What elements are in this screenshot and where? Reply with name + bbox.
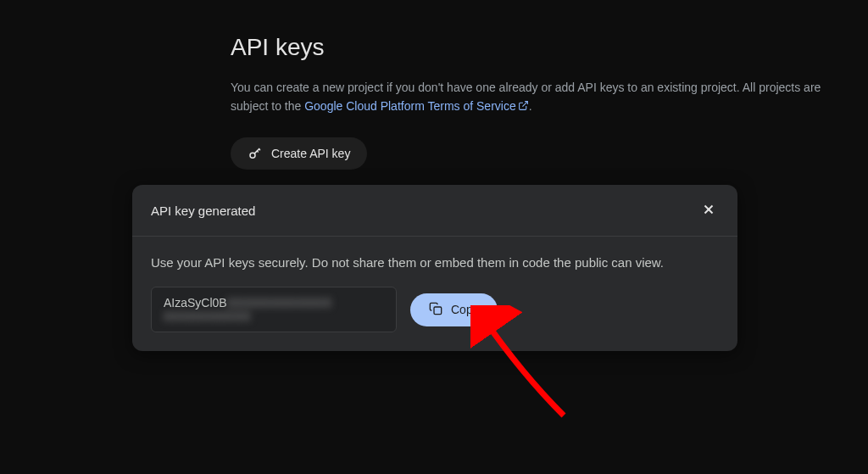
svg-line-4 bbox=[257, 151, 259, 153]
tos-link-text: Google Cloud Platform Terms of Service bbox=[304, 99, 516, 113]
description-text-2: . bbox=[529, 99, 532, 113]
page-title: API keys bbox=[231, 34, 868, 61]
svg-line-0 bbox=[522, 102, 527, 107]
copy-button-label: Copy bbox=[451, 303, 479, 316]
external-link-icon bbox=[518, 98, 529, 116]
tos-link[interactable]: Google Cloud Platform Terms of Service bbox=[304, 99, 529, 113]
create-api-key-button[interactable]: Create API key bbox=[231, 137, 367, 170]
copy-button[interactable]: Copy bbox=[410, 293, 498, 326]
svg-point-1 bbox=[250, 153, 255, 158]
page-description: You can create a new project if you don'… bbox=[231, 78, 849, 117]
modal-header: API key generated bbox=[132, 185, 737, 237]
api-key-generated-modal: API key generated Use your API keys secu… bbox=[132, 185, 737, 351]
create-api-key-label: Create API key bbox=[271, 147, 350, 160]
key-row: AIzaSyCl0BXXXXXXXXXXXX XXXXXXXXXX Copy bbox=[151, 287, 719, 332]
page-container: API keys You can create a new project if… bbox=[0, 0, 868, 170]
api-key-field[interactable]: AIzaSyCl0BXXXXXXXXXXXX XXXXXXXXXX bbox=[151, 287, 397, 332]
svg-line-3 bbox=[259, 149, 261, 151]
copy-icon bbox=[429, 302, 442, 318]
close-button[interactable] bbox=[698, 200, 719, 220]
modal-title: API key generated bbox=[151, 204, 255, 218]
api-key-visible: AIzaSyCl0B bbox=[164, 296, 227, 309]
modal-body-text: Use your API keys securely. Do not share… bbox=[151, 255, 719, 270]
svg-rect-7 bbox=[434, 307, 442, 315]
close-icon bbox=[701, 202, 716, 220]
key-icon bbox=[248, 146, 263, 161]
modal-body: Use your API keys securely. Do not share… bbox=[132, 237, 737, 351]
